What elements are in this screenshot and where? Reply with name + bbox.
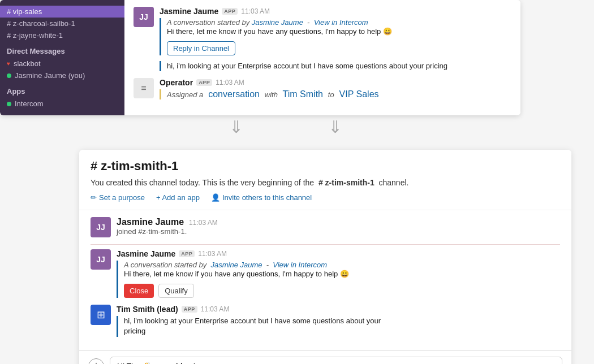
bottom-msg1-sender: Jasmine Jaume (117, 249, 175, 258)
divider (91, 244, 560, 245)
add-attachment-button[interactable]: + (88, 358, 104, 364)
msg1-text: Hi there, let me know if you have any qu… (167, 27, 511, 37)
operator-assigned-text: Assigned a (167, 90, 203, 99)
operator-conversation-link[interactable]: conversation (208, 89, 260, 99)
channel-title: # z-tim-smith-1 (91, 159, 560, 174)
bottom-msg2-time: 11:03 AM (201, 305, 230, 313)
sidebar-app-intercom[interactable]: Intercom (0, 98, 124, 110)
close-button[interactable]: Close (124, 284, 154, 298)
chat-input-field[interactable] (110, 357, 562, 364)
avatar-jasmine: JJ (134, 7, 154, 27)
invite-others-label: Invite others to this channel (222, 193, 312, 202)
msg1-jasmine-link[interactable]: Jasmine Jaume (252, 18, 303, 27)
app-label: Intercom (15, 99, 44, 108)
channel-desc-pre: You created this channel today. This is … (91, 178, 314, 187)
operator-sender: Operator (160, 78, 193, 87)
dm-label: Jasmine Jaume (you) (15, 71, 85, 80)
qualify-button[interactable]: Qualify (158, 284, 193, 298)
operator-badge: APP (196, 79, 212, 86)
set-purpose-label: Set a purpose (99, 193, 145, 202)
apps-section-label: Apps (0, 81, 124, 98)
heart-icon: ♥ (7, 60, 10, 67)
tim-icon: ⊞ (97, 309, 105, 321)
bottom-msg2-text: hi, i'm looking at your Enterprise accou… (124, 316, 560, 336)
add-app-link[interactable]: + Add an app (156, 193, 200, 202)
bottom-msg1-btn-row: Close Qualify (124, 284, 560, 298)
operator-tim-link[interactable]: Tim Smith (283, 89, 323, 99)
channel-actions: ✏ Set a purpose + Add an app 👤 Invite ot… (91, 193, 560, 205)
joined-time: 11:03 AM (189, 219, 218, 227)
set-purpose-link[interactable]: ✏ Set a purpose (91, 193, 145, 202)
joined-text-block: Jasmine Jaume 11:03 AM joined #z-tim-smi… (117, 217, 218, 236)
operator-header: Operator APP 11:03 AM (160, 78, 511, 87)
arrow-down-icon-2: ⇓ (328, 119, 342, 136)
operator-icon: ≡ (141, 83, 146, 93)
bottom-msg2-header: Tim Smith (lead) APP 11:03 AM (117, 305, 560, 314)
input-area: + (79, 350, 571, 364)
bottom-msg1-header: Jasmine Jaume APP 11:03 AM (117, 249, 560, 258)
channel-description: You created this channel today. This is … (91, 177, 560, 189)
bottom-panel: # z-tim-smith-1 You created this channel… (79, 150, 571, 364)
operator-body-block: Assigned a conversation with Tim Smith t… (160, 89, 511, 99)
msg1-body-block: A conversation started by Jasmine Jaume … (160, 18, 511, 55)
bottom-msg1-content: Jasmine Jaume APP 11:03 AM A conversatio… (117, 249, 560, 298)
operator-content: Operator APP 11:03 AM Assigned a convers… (160, 78, 511, 99)
msg1-badge: APP (222, 8, 238, 15)
reply-in-channel-button[interactable]: Reply in Channel (167, 41, 235, 55)
joined-sender: Jasmine Jaume (117, 217, 184, 227)
channel-label: # vip-sales (7, 7, 42, 16)
top-message-operator: ≡ Operator APP 11:03 AM Assigned a conve… (134, 78, 511, 99)
bottom-msg2: ⊞ Tim Smith (lead) APP 11:03 AM hi, i'm … (91, 305, 560, 336)
msg1-header: Jasmine Jaume APP 11:03 AM (160, 7, 511, 16)
arrows-section: ⇓ ⇓ (187, 119, 385, 136)
sidebar-item-z-charcoal[interactable]: # z-charcoal-sailbo-1 (0, 18, 124, 29)
channel-label: # z-charcoal-sailbo-1 (7, 19, 75, 28)
msg1-italic: A conversation started by Jasmine Jaume … (167, 18, 511, 27)
dm-label: slackbot (14, 59, 41, 68)
channel-label: # z-jayne-white-1 (7, 31, 63, 40)
avatar-tim-smith: ⊞ (91, 305, 111, 325)
sidebar-dm-jasmine[interactable]: Jasmine Jaume (you) (0, 70, 124, 81)
bottom-msg2-body-block: hi, i'm looking at your Enterprise accou… (117, 316, 560, 336)
bottom-msg2-badge: APP (182, 306, 197, 313)
bottom-msg2-content: Tim Smith (lead) APP 11:03 AM hi, i'm lo… (117, 305, 560, 336)
top-panel: # vip-sales # z-charcoal-sailbo-1 # z-ja… (0, 0, 520, 115)
invite-others-link[interactable]: 👤 Invite others to this channel (211, 193, 312, 202)
bottom-msg1-time: 11:03 AM (198, 250, 227, 258)
pencil-icon: ✏ (91, 193, 97, 202)
msg1-reply-text: hi, i'm looking at your Enterprise accou… (167, 61, 511, 71)
avatar-jasmine-joined: JJ (91, 217, 111, 237)
channel-header: # z-tim-smith-1 You created this channel… (79, 150, 571, 210)
bottom-msg1-italic: A conversation started by Jasmine Jaume … (124, 261, 560, 269)
top-chat-area: JJ Jasmine Jaume APP 11:03 AM A conversa… (124, 0, 520, 115)
operator-to-text: to (328, 90, 334, 99)
bottom-msg2-sender: Tim Smith (lead) (117, 305, 178, 314)
bottom-msg1-badge: APP (179, 250, 195, 257)
operator-time: 11:03 AM (216, 79, 244, 86)
channel-desc-post: channel. (378, 178, 408, 187)
avatar-jasmine-msg1: JJ (91, 249, 111, 270)
arrow-down-icon-1: ⇓ (229, 119, 243, 136)
dm-section-label: Direct Messages (0, 41, 124, 58)
bottom-messages: JJ Jasmine Jaume 11:03 AM joined #z-tim-… (79, 210, 571, 350)
online-dot-icon (7, 73, 11, 78)
bottom-msg1-body-block: A conversation started by Jasmine Jaume … (117, 261, 560, 298)
avatar-operator: ≡ (134, 78, 154, 98)
bottom-msg1-jasmine-link[interactable]: Jasmine Jaume (210, 261, 262, 269)
sidebar-dm-slackbot[interactable]: ♥ slackbot (0, 58, 124, 70)
sidebar: # vip-sales # z-charcoal-sailbo-1 # z-ja… (0, 0, 124, 115)
msg1-view-intercom-link[interactable]: View in Intercom (314, 18, 368, 27)
msg1-sender: Jasmine Jaume (160, 7, 218, 16)
operator-vip-link[interactable]: VIP Sales (339, 89, 379, 99)
bottom-msg1-italic-pre: A conversation started by (124, 261, 206, 269)
joined-text: joined #z-tim-smith-1. (117, 227, 218, 236)
person-icon: 👤 (211, 193, 220, 202)
bottom-msg1-view-intercom-link[interactable]: View in Intercom (273, 261, 327, 269)
joined-message-row: JJ Jasmine Jaume 11:03 AM joined #z-tim-… (91, 217, 560, 237)
bottom-msg1: JJ Jasmine Jaume APP 11:03 AM A conversa… (91, 249, 560, 298)
sidebar-item-z-jayne[interactable]: # z-jayne-white-1 (0, 29, 124, 41)
channel-name-bold: # z-tim-smith-1 (318, 178, 375, 187)
top-message-1: JJ Jasmine Jaume APP 11:03 AM A conversa… (134, 7, 511, 71)
msg1-reply-block: hi, i'm looking at your Enterprise accou… (160, 61, 511, 71)
sidebar-item-vip-sales[interactable]: # vip-sales (0, 6, 124, 18)
